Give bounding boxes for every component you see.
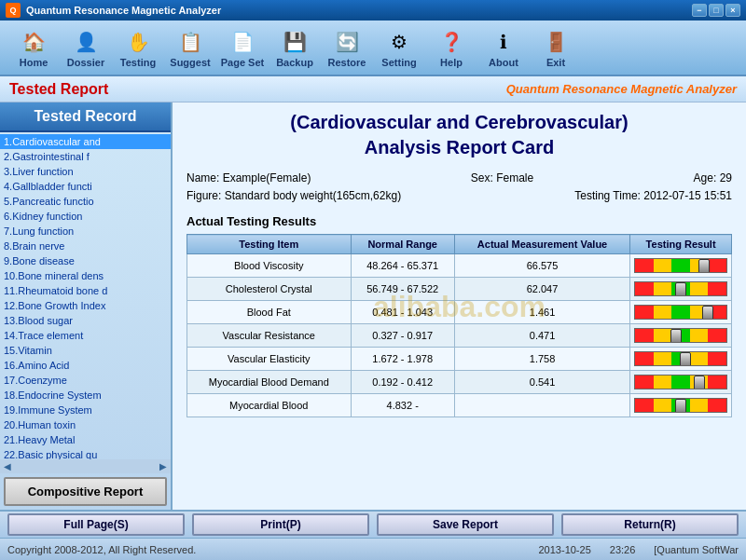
sidebar-item[interactable]: 7.Lung function	[0, 224, 171, 239]
sidebar-item[interactable]: 11.Rheumatoid bone d	[0, 283, 171, 298]
scroll-right-arrow[interactable]: ▶	[159, 461, 167, 471]
measurement-value: 0.471	[454, 324, 629, 348]
exit-label: Exit	[546, 57, 565, 68]
toolbar-item-testing[interactable]: ✋Testing	[112, 24, 164, 71]
measurement-value: 62.047	[454, 278, 629, 301]
sidebar-item[interactable]: 19.Immune System	[0, 403, 171, 417]
bar-segment-red-left	[635, 306, 654, 319]
result-bar-container	[634, 396, 727, 415]
testing-result	[630, 254, 732, 278]
toolbar-item-dossier[interactable]: 👤Dossier	[60, 24, 112, 71]
sidebar-item[interactable]: 15.Vitamin	[0, 343, 171, 358]
toolbar-item-setting[interactable]: ⚙Setting	[373, 24, 425, 71]
status-right: 2013-10-25 23:26 [Quantum SoftWar	[539, 544, 739, 555]
restore-icon: 🔄	[332, 27, 362, 57]
sidebar-item[interactable]: 14.Trace element	[0, 328, 171, 343]
full-page-button[interactable]: Full Page(S)	[7, 513, 185, 536]
exit-icon: 🚪	[541, 27, 571, 57]
status-bar: Copyright 2008-2012, All Right Reserved.…	[0, 538, 746, 560]
sidebar-item[interactable]: 22.Basic physical qu	[0, 447, 171, 459]
toolbar-item-pageset[interactable]: 📄Page Set	[216, 24, 269, 71]
result-bar	[634, 281, 727, 296]
bar-segment-yellow-right	[690, 399, 709, 412]
toolbar-item-home[interactable]: 🏠Home	[7, 24, 60, 71]
sidebar-item[interactable]: 2.Gastrointestinal f	[0, 149, 171, 164]
sidebar-item[interactable]: 16.Amino Acid	[0, 358, 171, 373]
testing-item: Cholesterol Crystal	[187, 278, 352, 301]
sidebar-item[interactable]: 5.Pancreatic functio	[0, 194, 171, 209]
sidebar-item[interactable]: 21.Heavy Metal	[0, 432, 171, 447]
testing-icon: ✋	[123, 27, 153, 57]
sidebar-item[interactable]: 20.Human toxin	[0, 417, 171, 432]
sidebar: Tested Record 1.Cardiovascular and2.Gast…	[0, 102, 173, 510]
bar-segment-red-right	[708, 329, 726, 342]
sidebar-item[interactable]: 10.Bone mineral dens	[0, 268, 171, 283]
compositive-report-button[interactable]: Compositive Report	[4, 477, 167, 506]
bar-segment-red-right	[708, 282, 726, 295]
bar-segment-yellow-left	[654, 352, 672, 365]
table-row: Blood Fat0.481 - 1.0431.461	[187, 301, 732, 324]
table-header: Actual Measurement Value	[454, 235, 629, 254]
close-button[interactable]: ×	[725, 4, 740, 17]
bar-segment-red-right	[708, 399, 726, 412]
toolbar-item-exit[interactable]: 🚪Exit	[530, 24, 582, 71]
setting-icon: ⚙	[384, 27, 414, 57]
report-area[interactable]: alibaba.com (Cardiovascular and Cerebrov…	[173, 102, 746, 510]
sidebar-list[interactable]: 1.Cardiovascular and2.Gastrointestinal f…	[0, 132, 171, 459]
minimize-button[interactable]: −	[692, 4, 707, 17]
backup-icon: 💾	[280, 27, 310, 57]
testing-item: Myocardial Blood	[187, 394, 352, 417]
toolbar-item-about[interactable]: ℹAbout	[477, 24, 530, 71]
sidebar-item[interactable]: 17.Coenzyme	[0, 373, 171, 388]
measurement-value: 66.575	[454, 254, 629, 278]
header-bar: Tested Report Quantum Resonance Magnetic…	[0, 76, 746, 102]
sidebar-item[interactable]: 18.Endocrine System	[0, 388, 171, 403]
testing-result	[630, 301, 732, 324]
bar-segment-red-right	[708, 352, 726, 365]
toolbar-item-help[interactable]: ❓Help	[425, 24, 477, 71]
toolbar-item-restore[interactable]: 🔄Restore	[321, 24, 373, 71]
result-bar	[634, 305, 727, 320]
bar-indicator	[680, 352, 691, 366]
scroll-left-arrow[interactable]: ◀	[4, 461, 11, 471]
testing-item: Vascular Elasticity	[187, 348, 352, 371]
bar-segment-red-right	[708, 376, 726, 389]
help-icon: ❓	[436, 27, 466, 57]
normal-range: 0.192 - 0.412	[351, 371, 454, 394]
sidebar-item[interactable]: 1.Cardiovascular and	[0, 134, 171, 149]
measurement-value: 1.461	[454, 301, 629, 324]
toolbar-item-backup[interactable]: 💾Backup	[269, 24, 321, 71]
save-report-button[interactable]: Save Report	[377, 513, 554, 536]
sidebar-item[interactable]: 4.Gallbladder functi	[0, 179, 171, 194]
bar-segment-red-left	[635, 376, 654, 389]
table-row: Myocardial Blood Demand0.192 - 0.4120.54…	[187, 371, 732, 394]
sidebar-item[interactable]: 9.Bone disease	[0, 253, 171, 268]
result-bar	[634, 375, 727, 389]
testing-result	[630, 394, 732, 417]
result-bar	[634, 351, 727, 366]
table-header: Normal Range	[351, 235, 454, 254]
sidebar-item[interactable]: 13.Blood sugar	[0, 313, 171, 328]
report-title-line1: (Cardiovascular and Cerebrovascular)	[186, 112, 732, 133]
print-button[interactable]: Print(P)	[192, 513, 369, 536]
measurement-value: 0.541	[454, 371, 629, 394]
table-row: Vascular Resistance0.327 - 0.9170.471	[187, 324, 732, 348]
about-icon: ℹ	[489, 27, 518, 57]
normal-range: 1.672 - 1.978	[351, 348, 454, 371]
table-row: Cholesterol Crystal56.749 - 67.52262.047	[187, 278, 732, 301]
bar-segment-yellow-left	[654, 376, 672, 389]
result-bar	[634, 398, 727, 413]
result-bar	[634, 258, 727, 273]
testing-item: Myocardial Blood Demand	[187, 371, 352, 394]
sidebar-item[interactable]: 12.Bone Growth Index	[0, 298, 171, 313]
sidebar-item[interactable]: 8.Brain nerve	[0, 239, 171, 253]
testing-label: Testing	[120, 57, 156, 68]
title-bar: Q Quantum Resonance Magnetic Analyzer − …	[0, 0, 746, 20]
sidebar-item[interactable]: 6.Kidney function	[0, 209, 171, 224]
bar-segment-red-left	[635, 329, 654, 342]
sidebar-item[interactable]: 3.Liver function	[0, 164, 171, 179]
bar-segment-yellow-left	[654, 399, 672, 412]
toolbar-item-suggest[interactable]: 📋Suggest	[164, 24, 216, 71]
return-button[interactable]: Return(R)	[561, 513, 739, 536]
maximize-button[interactable]: □	[709, 4, 724, 17]
